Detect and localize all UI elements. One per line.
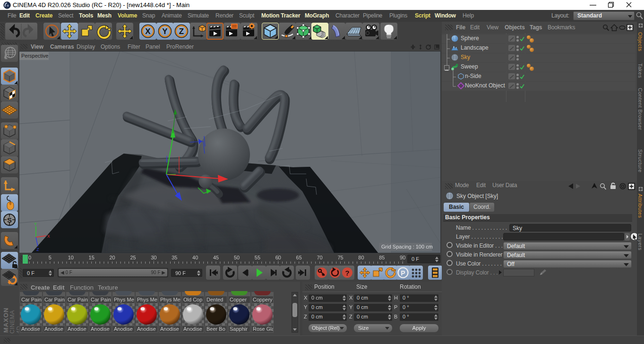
svg-text:Z: Z	[179, 27, 184, 36]
svg-text:X: X	[145, 27, 151, 36]
svg-text:85: 85	[379, 255, 385, 260]
svg-text:?: ?	[345, 269, 349, 277]
svg-text:75: 75	[337, 255, 343, 260]
svg-text:5: 5	[49, 255, 52, 260]
svg-text:Y: Y	[34, 222, 37, 226]
svg-text:35: 35	[172, 255, 177, 260]
svg-text:Y: Y	[162, 27, 168, 36]
svg-text:20: 20	[109, 255, 115, 260]
svg-text:10: 10	[68, 255, 74, 260]
svg-text:Z: Z	[36, 247, 39, 252]
svg-text:90: 90	[400, 255, 405, 260]
svg-text:P: P	[401, 269, 405, 277]
svg-text:55: 55	[255, 255, 260, 260]
svg-text:30: 30	[151, 255, 156, 260]
svg-text:0: 0	[28, 255, 31, 260]
svg-text:50: 50	[234, 255, 240, 260]
svg-text:Grid Spacing : 100 cm: Grid Spacing : 100 cm	[381, 244, 433, 249]
svg-text:70: 70	[317, 255, 322, 260]
svg-text:65: 65	[296, 255, 302, 260]
svg-text:X: X	[47, 234, 50, 239]
svg-text:45: 45	[213, 255, 219, 260]
svg-text:25: 25	[130, 255, 136, 260]
svg-text:60: 60	[275, 255, 281, 260]
svg-text:S: S	[7, 216, 12, 224]
svg-text:40: 40	[192, 255, 198, 260]
svg-text:Perspective: Perspective	[21, 53, 48, 59]
svg-text:80: 80	[358, 255, 364, 260]
svg-text:15: 15	[89, 255, 94, 260]
